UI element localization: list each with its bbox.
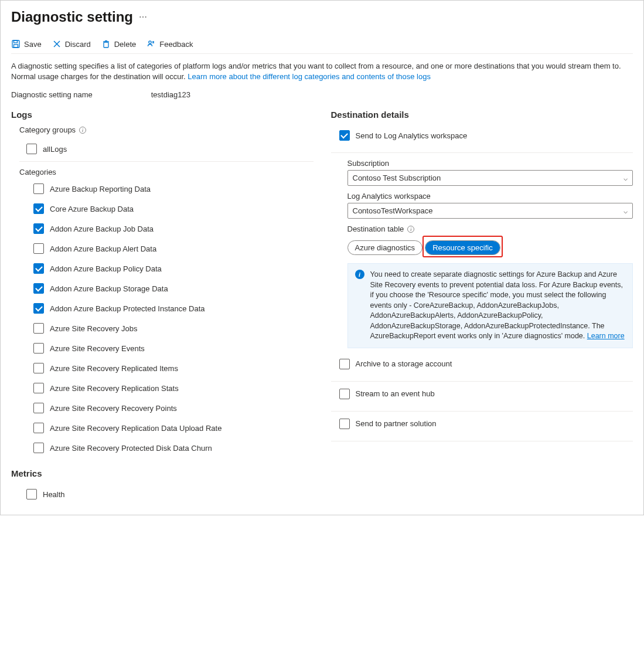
category-checkbox[interactable] [33,423,44,433]
stream-eventhub-label[interactable]: Stream to an event hub [356,389,435,398]
feedback-label: Feedback [159,40,193,49]
send-partner-checkbox[interactable] [339,419,350,429]
workspace-label: Log Analytics workspace [347,192,633,200]
svg-point-10 [149,41,151,43]
category-label[interactable]: Addon Azure Backup Protected Instance Da… [50,304,205,313]
category-label[interactable]: Addon Azure Backup Job Data [50,225,154,233]
workspace-value: ContosoTestWorkspace [353,206,433,215]
description: A diagnostic setting specifies a list of… [11,61,633,82]
stream-eventhub-checkbox[interactable] [339,389,350,399]
info-text: You need to create separate diagnostic s… [370,270,623,340]
category-checkbox[interactable] [33,263,44,274]
category-group-label[interactable]: allLogs [43,145,67,154]
category-label[interactable]: Azure Site Recovery Recovery Points [50,404,177,413]
category-label[interactable]: Addon Azure Backup Policy Data [50,264,162,273]
highlight-annotation: Resource specific [422,236,503,257]
category-checkbox[interactable] [33,243,44,254]
category-checkbox[interactable] [33,383,44,393]
logs-title: Logs [11,110,314,120]
archive-storage-label[interactable]: Archive to a storage account [356,359,452,368]
delete-label: Delete [114,40,137,49]
category-checkbox[interactable] [33,343,44,354]
setting-name-value: testdiag123 [151,90,190,99]
metric-label[interactable]: Health [43,490,65,499]
delete-icon [101,39,111,49]
category-checkbox[interactable] [33,403,44,413]
save-label: Save [24,40,42,49]
category-checkbox[interactable] [33,443,44,453]
info-icon[interactable]: i [79,127,86,134]
category-label[interactable]: Azure Site Recovery Replicated Items [50,364,178,373]
discard-button[interactable]: Discard [52,39,91,49]
destination-title: Destination details [331,110,633,120]
delete-button[interactable]: Delete [101,39,137,49]
chevron-down-icon: ⌵ [623,207,628,215]
category-label[interactable]: Addon Azure Backup Storage Data [50,284,168,293]
subscription-select[interactable]: Contoso Test Subscription ⌵ [347,170,633,186]
pill-resource-specific[interactable]: Resource specific [425,241,500,254]
more-icon[interactable]: ⋯ [139,12,148,22]
chevron-down-icon: ⌵ [623,174,628,182]
category-label[interactable]: Azure Site Recovery Events [50,344,145,353]
category-label[interactable]: Azure Site Recovery Protected Disk Data … [50,444,212,453]
send-partner-label[interactable]: Send to partner solution [356,419,437,428]
category-checkbox[interactable] [33,203,44,214]
category-label[interactable]: Azure Site Recovery Replication Data Upl… [50,424,222,433]
subscription-value: Contoso Test Subscription [353,174,441,182]
category-group-checkbox[interactable] [26,144,37,154]
subscription-label: Subscription [347,159,633,168]
send-log-analytics-checkbox[interactable] [339,130,350,141]
category-groups-label: Category groups [19,125,76,134]
metric-checkbox[interactable] [26,489,37,499]
svg-rect-0 [12,40,19,47]
workspace-select[interactable]: ContosoTestWorkspace ⌵ [347,203,633,219]
feedback-button[interactable]: Feedback [146,39,193,49]
destination-table-label: Destination table [347,225,404,233]
feedback-icon [146,39,156,49]
info-icon: i [355,270,364,279]
discard-icon [52,39,62,49]
category-checkbox[interactable] [33,303,44,314]
save-icon [11,39,21,49]
category-label[interactable]: Azure Site Recovery Jobs [50,324,138,333]
send-log-analytics-label[interactable]: Send to Log Analytics workspace [356,131,468,140]
category-checkbox[interactable] [33,223,44,234]
category-label[interactable]: Core Azure Backup Data [50,205,134,213]
info-icon[interactable]: i [407,226,414,233]
destination-table-toggle: Azure diagnostics [347,240,423,255]
category-label[interactable]: Azure Backup Reporting Data [50,185,151,193]
info-learn-more-link[interactable]: Learn more [587,332,625,340]
category-checkbox[interactable] [33,363,44,373]
setting-name-label: Diagnostic setting name [11,90,93,99]
description-link[interactable]: Learn more about the different log categ… [188,72,431,81]
metrics-title: Metrics [11,468,314,478]
save-button[interactable]: Save [11,39,42,49]
discard-label: Discard [65,40,91,49]
categories-label: Categories [19,168,56,176]
category-checkbox[interactable] [33,183,44,194]
page-title: Diagnostic setting [11,9,133,25]
pill-azure-diagnostics[interactable]: Azure diagnostics [348,241,422,254]
category-label[interactable]: Addon Azure Backup Alert Data [50,244,156,253]
category-checkbox[interactable] [33,323,44,334]
category-label[interactable]: Azure Site Recovery Replication Stats [50,384,179,393]
svg-rect-1 [14,40,18,43]
category-checkbox[interactable] [33,283,44,294]
svg-rect-5 [104,42,108,47]
archive-storage-checkbox[interactable] [339,359,350,369]
svg-rect-2 [14,45,18,47]
info-banner: i You need to create separate diagnostic… [347,263,633,348]
